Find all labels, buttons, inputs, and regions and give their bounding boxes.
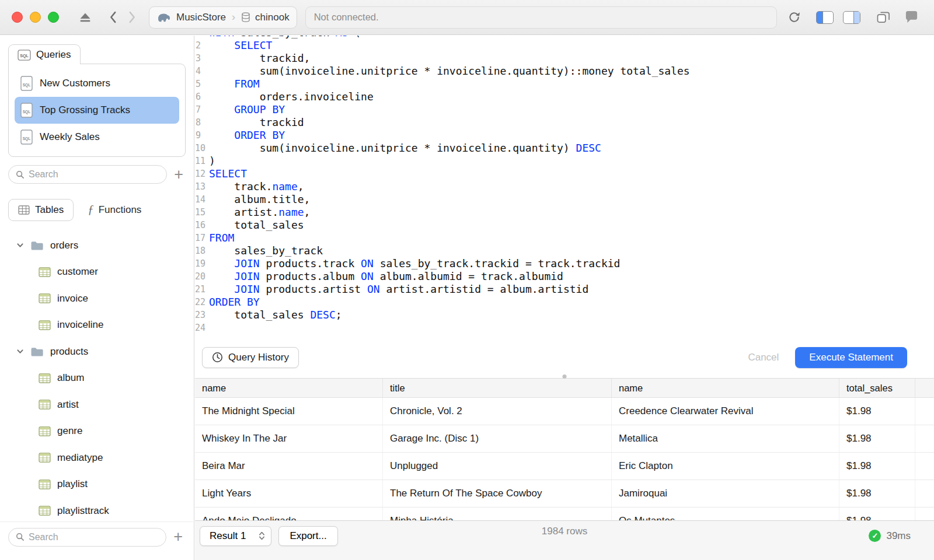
refresh-button[interactable] — [787, 10, 801, 24]
tree-table[interactable]: artist — [0, 391, 194, 418]
code-line[interactable]: 18 sales_by_track — [195, 244, 934, 257]
column-header[interactable]: title — [383, 379, 612, 397]
code-line[interactable]: 13 track.name, — [195, 180, 934, 193]
add-query-button[interactable]: + — [172, 167, 186, 183]
main-area: 1WITH sales_by_track AS (2 SELECT3 track… — [195, 36, 934, 560]
table-row[interactable]: Light YearsThe Return Of The Space Cowbo… — [195, 480, 934, 508]
splitter-handle[interactable] — [563, 374, 567, 379]
table-cell[interactable]: Minha História — [383, 508, 612, 520]
disclosure-chevron-icon[interactable] — [16, 242, 24, 249]
query-item[interactable]: SQLTop Grossing Tracks — [15, 97, 179, 124]
table-row[interactable]: The Midnight SpecialChronicle, Vol. 2Cre… — [195, 398, 934, 425]
table-row[interactable]: Ando Meio DesligadoMinha HistóriaOs Muta… — [195, 508, 934, 520]
code-line[interactable]: 14 album.title, — [195, 193, 934, 206]
table-cell[interactable]: Os Mutantes — [612, 508, 839, 520]
code-line[interactable]: 11) — [195, 155, 934, 167]
tree-table[interactable]: album — [0, 365, 194, 392]
table-cell[interactable]: Eric Clapton — [612, 453, 839, 480]
table-cell[interactable]: Metallica — [612, 425, 839, 452]
code-line[interactable]: 19 JOIN products.track ON sales_by_track… — [195, 257, 934, 270]
query-item[interactable]: SQLNew Customers — [15, 70, 179, 97]
query-search-input[interactable] — [29, 169, 159, 180]
tree-table[interactable]: mediatype — [0, 444, 194, 471]
tree-table[interactable]: playlist — [0, 471, 194, 498]
query-history-button[interactable]: Query History — [202, 347, 299, 368]
table-cell[interactable]: $1.98 — [839, 425, 915, 452]
table-cell[interactable]: Whiskey In The Jar — [195, 425, 383, 452]
code-line[interactable]: 21 JOIN products.artist ON artist.artist… — [195, 283, 934, 296]
tree-table[interactable]: customer — [0, 259, 194, 286]
forward-button[interactable] — [128, 11, 136, 23]
tree-table[interactable]: playlisttrack — [0, 498, 194, 524]
table-cell[interactable]: Chronicle, Vol. 2 — [383, 398, 612, 425]
code-line[interactable]: 22ORDER BY — [195, 296, 934, 309]
windows-button[interactable] — [877, 11, 890, 23]
table-cell[interactable]: The Return Of The Space Cowboy — [383, 480, 612, 507]
code-line[interactable]: 23 total_sales DESC; — [195, 309, 934, 321]
feedback-button[interactable] — [904, 10, 919, 24]
code-line[interactable]: 6 orders.invoiceline — [195, 90, 934, 103]
execute-statement-button[interactable]: Execute Statement — [795, 347, 907, 368]
code-line[interactable]: 4 sum(invoiceline.unitprice * invoicelin… — [195, 65, 934, 78]
table-cell[interactable]: Light Years — [195, 480, 383, 507]
code-line[interactable]: 16 total_sales — [195, 219, 934, 232]
chevron-right-icon — [128, 11, 136, 23]
add-table-button[interactable]: + — [171, 529, 185, 545]
code-line[interactable]: 8 trackid — [195, 116, 934, 129]
table-cell[interactable]: The Midnight Special — [195, 398, 383, 425]
table-cell[interactable]: $1.98 — [839, 453, 915, 480]
table-cell[interactable]: Creedence Clearwater Revival — [612, 398, 839, 425]
toggle-left-sidebar-button[interactable] — [816, 11, 834, 24]
code-line[interactable]: 20 JOIN products.album ON album.albumid … — [195, 270, 934, 283]
code-line[interactable]: 3 trackid, — [195, 52, 934, 65]
code-line[interactable]: 5 FROM — [195, 78, 934, 90]
tree-table[interactable]: genre — [0, 418, 194, 445]
breadcrumb-database[interactable]: chinook — [241, 12, 290, 23]
tree-folder[interactable]: orders — [0, 232, 194, 259]
table-row[interactable]: Whiskey In The JarGarage Inc. (Disc 1)Me… — [195, 425, 934, 453]
tree-table[interactable]: invoiceline — [0, 312, 194, 339]
tab-tables[interactable]: Tables — [8, 199, 74, 221]
code-line[interactable]: 7 GROUP BY — [195, 103, 934, 116]
column-header[interactable]: name — [195, 379, 383, 397]
table-cell[interactable]: Ando Meio Desligado — [195, 508, 383, 520]
zoom-window-button[interactable] — [48, 12, 59, 23]
code-line[interactable]: 17FROM — [195, 232, 934, 244]
close-window-button[interactable] — [12, 12, 23, 23]
table-search-input[interactable] — [29, 532, 159, 542]
table-row[interactable]: Beira MarUnpluggedEric Clapton$1.98 — [195, 453, 934, 480]
code-line[interactable]: 15 artist.name, — [195, 206, 934, 219]
table-cell[interactable]: Beira Mar — [195, 453, 383, 480]
tree-folder[interactable]: products — [0, 338, 194, 365]
eject-button[interactable] — [79, 12, 92, 23]
column-header[interactable]: total_sales — [839, 379, 915, 397]
tab-queries[interactable]: SQL Queries — [8, 44, 81, 64]
back-button[interactable] — [109, 11, 117, 23]
toggle-right-sidebar-button[interactable] — [843, 11, 860, 24]
table-cell[interactable]: $1.98 — [839, 508, 915, 520]
code-line[interactable]: 2 SELECT — [195, 39, 934, 52]
sql-editor[interactable]: 1WITH sales_by_track AS (2 SELECT3 track… — [195, 36, 934, 341]
table-cell[interactable]: Unplugged — [383, 453, 612, 480]
table-cell[interactable]: Jamiroquai — [612, 480, 839, 507]
table-cell[interactable]: $1.98 — [839, 480, 915, 507]
export-button[interactable]: Export... — [278, 526, 337, 546]
column-header[interactable]: name — [612, 379, 839, 397]
code-line[interactable]: 9 ORDER BY — [195, 129, 934, 142]
tab-functions[interactable]: ƒ Functions — [79, 198, 149, 222]
line-number: 15 — [195, 206, 209, 219]
result-selector[interactable]: Result 1 — [200, 526, 271, 546]
clock-icon — [212, 352, 223, 363]
disclosure-chevron-icon[interactable] — [16, 348, 24, 355]
code-line[interactable]: 12SELECT — [195, 167, 934, 180]
cancel-button[interactable]: Cancel — [740, 352, 787, 363]
table-cell[interactable]: $1.98 — [839, 398, 915, 425]
breadcrumb-server[interactable]: MusicStore — [156, 12, 226, 23]
table-icon — [39, 453, 51, 463]
code-line[interactable]: 24 — [195, 321, 934, 334]
code-line[interactable]: 10 sum(invoiceline.unitprice * invoiceli… — [195, 142, 934, 155]
tree-table[interactable]: invoice — [0, 285, 194, 312]
table-cell[interactable]: Garage Inc. (Disc 1) — [383, 425, 612, 452]
minimize-window-button[interactable] — [30, 12, 41, 23]
query-item[interactable]: SQLWeekly Sales — [15, 124, 179, 150]
